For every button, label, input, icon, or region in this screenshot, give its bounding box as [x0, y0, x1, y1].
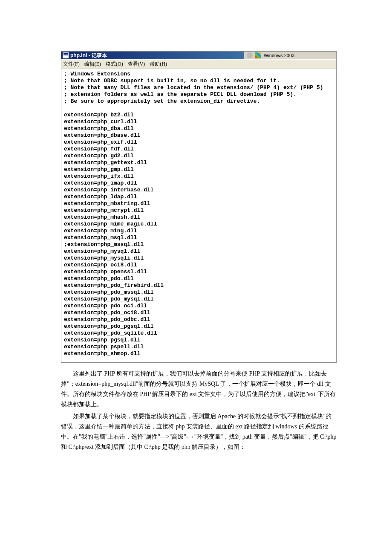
- notepad-window: php.ini - 记事本 Windows 2003 文件(F) 编辑(E) 格…: [61, 51, 337, 363]
- title-active-region[interactable]: php.ini - 记事本: [61, 52, 244, 59]
- title-inactive-region: Windows 2003: [244, 52, 336, 59]
- menu-help[interactable]: 帮助(H): [150, 61, 167, 68]
- editor-area[interactable]: ; Windows Extensions ; Note that ODBC su…: [61, 69, 336, 362]
- inactive-title: Windows 2003: [264, 53, 294, 58]
- titlebar: php.ini - 记事本 Windows 2003: [61, 52, 336, 59]
- menubar: 文件(F) 编辑(E) 格式(O) 查看(V) 帮助(H): [61, 59, 336, 69]
- menu-view[interactable]: 查看(V): [128, 61, 145, 68]
- windows-logo-icon: [255, 52, 261, 58]
- notepad-icon: [63, 52, 69, 58]
- window-title: php.ini - 记事本: [70, 52, 107, 59]
- menu-file[interactable]: 文件(F): [63, 61, 80, 68]
- paragraph-1: 这里列出了 PHP 所有可支持的扩展，我们可以去掉前面的分号来使 PHP 支持相…: [61, 369, 337, 410]
- menu-format[interactable]: 格式(O): [106, 61, 123, 68]
- article-body: 这里列出了 PHP 所有可支持的扩展，我们可以去掉前面的分号来使 PHP 支持相…: [61, 369, 337, 452]
- paragraph-2: 如果加载了某个模块，就要指定模块的位置，否则重启 Apache 的时候就会提示"…: [61, 411, 337, 452]
- menu-edit[interactable]: 编辑(E): [84, 61, 101, 68]
- search-icon: [247, 52, 253, 58]
